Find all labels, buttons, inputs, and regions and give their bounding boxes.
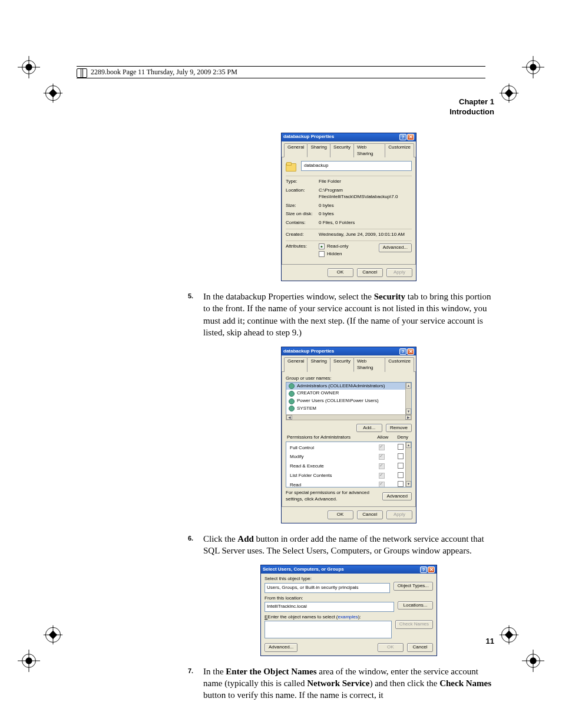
ok-button[interactable]: OK [328,268,353,277]
ok-button[interactable]: OK [378,643,404,652]
add-button[interactable]: Add... [356,424,382,433]
step-number: 5. [188,292,193,301]
advanced-button[interactable]: Advanced... [265,643,297,652]
users-listbox[interactable]: Administrators (COLLEEN\Administrators) … [286,382,412,415]
list-item[interactable]: CREATOR OWNER [286,390,411,397]
tab-security[interactable]: Security [330,143,354,158]
scroll-down-icon[interactable]: ▼ [406,481,411,487]
scroll-left-icon[interactable]: ◀ [286,415,292,420]
scroll-right-icon[interactable]: ▶ [405,415,411,420]
crop-mark-icon [498,624,520,645]
tab-customize[interactable]: Customize [385,143,414,158]
readonly-checkbox[interactable] [319,243,325,249]
label-attributes: Attributes: [286,243,319,259]
deny-checkbox[interactable] [398,463,404,469]
scroll-up-icon[interactable]: ▲ [406,442,411,448]
deny-checkbox[interactable] [398,453,404,459]
crop-mark-icon [18,650,40,672]
dialog-title: databackup Properties [283,134,334,140]
user-icon [289,406,295,411]
deny-checkbox[interactable] [398,481,404,487]
tab-web-sharing[interactable]: Web Sharing [353,357,385,372]
check-names-button[interactable]: Check Names [395,620,433,629]
tab-sharing[interactable]: Sharing [307,357,330,372]
step-7-text: In the Enter the Object Names area of th… [203,667,491,700]
list-item[interactable]: SYSTEM [286,405,411,413]
permissions-listbox[interactable]: Full Control Modify Read & Execute List … [286,442,412,487]
tab-web-sharing[interactable]: Web Sharing [353,143,385,158]
folder-name-value: databackup [304,163,328,169]
help-button[interactable]: ? [420,566,427,573]
scrollbar-horizontal[interactable]: ◀▶ [286,414,412,420]
scroll-up-icon[interactable]: ▲ [406,383,411,388]
scroll-down-icon[interactable]: ▼ [406,409,411,414]
list-item[interactable]: Power Users (COLLEEN\Power Users) [286,397,411,405]
apply-button[interactable]: Apply [386,510,412,519]
object-names-input[interactable] [265,621,392,638]
close-button[interactable]: ✕ [407,348,414,355]
hidden-checkbox[interactable] [319,251,325,257]
help-button[interactable]: ? [399,348,406,355]
ok-button[interactable]: OK [328,510,353,519]
label-location: Location: [286,187,319,200]
table-row: List Folder Contents [287,472,410,481]
allow-checkbox[interactable] [379,482,385,487]
crop-mark-icon [18,56,40,78]
value-contains: 0 Files, 0 Folders [319,220,412,226]
cancel-button[interactable]: Cancel [357,510,383,519]
tab-general[interactable]: General [284,357,308,372]
from-location-label: From this location: [265,595,394,602]
object-type-label: Select this object type: [265,576,390,582]
allow-checkbox[interactable] [379,444,385,450]
label-contains: Contains: [286,220,319,226]
scrollbar[interactable]: ▲▼ [405,383,411,414]
tab-general[interactable]: General [284,143,308,158]
crop-mark-icon [522,56,544,78]
allow-checkbox[interactable] [379,454,385,460]
value-size-on-disk: 0 bytes [319,211,412,218]
apply-button[interactable]: Apply [386,268,412,277]
crop-mark-icon [42,624,64,645]
readonly-label: Read-only [327,243,348,250]
step-number: 6. [188,534,193,543]
allow-checkbox[interactable] [379,463,385,469]
tab-customize[interactable]: Customize [385,357,414,372]
locations-button[interactable]: Locations... [398,601,433,610]
close-button[interactable]: ✕ [407,134,414,140]
tab-security[interactable]: Security [330,357,354,372]
label-size-on-disk: Size on disk: [286,211,319,218]
remove-button[interactable]: Remove [386,424,412,433]
scrollbar[interactable]: ▲▼ [405,442,411,487]
cancel-button[interactable]: Cancel [407,643,433,652]
properties-dialog-security: databackup Properties ? ✕ General Sharin… [281,347,416,523]
header-strip-text: 2289.book Page 11 Thursday, July 9, 2009… [91,68,237,77]
user-icon [289,391,295,397]
folder-name-field[interactable]: databackup [301,161,412,171]
advanced-button[interactable]: Advanced... [379,243,412,252]
allow-checkbox[interactable] [379,473,385,479]
chapter-line-2: Introduction [80,107,494,117]
select-users-dialog: Select Users, Computers, or Groups ? ✕ S… [260,565,437,656]
page-header-strip: 2289.book Page 11 Thursday, July 9, 2009… [77,66,485,78]
step-7: 7. In the Enter the Object Names area of… [203,666,494,701]
dialog-title: databackup Properties [283,348,334,355]
deny-checkbox[interactable] [398,444,404,450]
object-types-button[interactable]: Object Types... [394,582,433,591]
list-item[interactable]: Administrators (COLLEEN\Administrators) [286,383,411,390]
special-permissions-text: For special permissions or for advanced … [286,490,379,503]
cancel-button[interactable]: Cancel [357,268,383,277]
label-size: Size: [286,203,319,209]
object-type-field: Users, Groups, or Built-in security prin… [265,583,390,593]
close-button[interactable]: ✕ [428,566,435,573]
deny-checkbox[interactable] [398,472,404,478]
table-row: Modify [287,453,410,462]
advanced-button[interactable]: Advanced [382,492,412,501]
tab-sharing[interactable]: Sharing [307,143,330,158]
chapter-header: Chapter 1 Introduction [80,97,494,117]
value-size: 0 bytes [319,203,412,209]
crop-mark-icon [498,83,520,104]
help-button[interactable]: ? [399,134,406,140]
table-row: Full Control [287,443,410,453]
examples-link[interactable]: examples [338,614,358,620]
book-icon [77,68,87,77]
